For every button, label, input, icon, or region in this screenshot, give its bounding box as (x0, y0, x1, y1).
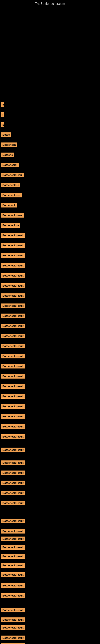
bottleneck-result-label: Bottleneck result (1, 424, 25, 429)
list-item: Bottleneck result (0, 642, 25, 644)
site-title: TheBottlenecker.com (0, 0, 100, 8)
list-item: Bottleneck result (0, 635, 25, 642)
list-item: Bottleneck (0, 142, 17, 149)
list-item: Bottleneck result (0, 536, 25, 543)
list-item: Bottleneck result (0, 518, 25, 525)
bottleneck-result-label: Bottleneck res (1, 193, 22, 198)
bottleneck-result-label: I (1, 112, 4, 117)
bottleneck-result-label: Bottleneck result (1, 294, 25, 298)
bottleneck-result-label: Bottleneck result (1, 583, 25, 588)
list-item: B (0, 122, 4, 128)
list-item: Bottleneck result (0, 383, 25, 390)
list-item: Bottleneck result (0, 434, 25, 440)
list-item: Bottleneck result (0, 617, 25, 624)
bottleneck-result-label: Bottleneck re (1, 223, 20, 228)
list-item: Bottlene (0, 152, 15, 159)
list-item: Bottleneck r (0, 162, 19, 169)
bottleneck-result-label: Bottleneck result (1, 460, 25, 465)
list-item: Bottleneck result (0, 500, 25, 507)
bottleneck-result-label: B (1, 122, 4, 127)
list-item: Bottleneck result (0, 582, 25, 590)
list-item: Bottleneck result (0, 313, 25, 320)
bottleneck-result-label: Bottleneck result (1, 404, 25, 409)
bottleneck-result-label: Bottleneck result (1, 374, 25, 378)
list-item: Bottleneck result (0, 544, 25, 551)
bottleneck-result-label: Bottleneck (1, 203, 17, 208)
list-item: Bottleneck result (0, 572, 25, 578)
list-item: Bottleneck result (0, 282, 25, 290)
list-item: Bottleneck result (0, 252, 25, 260)
bottleneck-result-label: Bottleneck result (1, 324, 25, 328)
list-item: Bottleneck result (0, 333, 25, 340)
bottleneck-result-label: Bottleneck result (1, 354, 25, 358)
bottleneck-result-label: Bottleneck result (1, 518, 25, 523)
list-item: Bottleneck (0, 202, 18, 209)
bottleneck-result-label: B (1, 102, 4, 107)
list-item: Bottleneck result (0, 447, 25, 454)
bottleneck-result-label: Bottleneck result (1, 501, 25, 505)
bottleneck-result-label: Bottleneck result (1, 314, 25, 318)
bottleneck-result-label: Bottleneck result (1, 563, 25, 568)
bottleneck-result-label: Bottleneck result (1, 636, 25, 640)
bottleneck-result-label: Bottleneck r (1, 162, 19, 167)
list-item: Bottleneck result (0, 353, 25, 360)
bottleneck-result-label: Bottleneck result (1, 263, 25, 268)
list-item: Bottleneck result (0, 393, 25, 400)
bottleneck-result-label: Bottle (1, 132, 11, 137)
bottleneck-result-label: Bottleneck re (1, 183, 20, 187)
bottleneck-result-label: Bottleneck result (1, 491, 25, 495)
bottleneck-result-label: Bottleneck result (1, 434, 25, 439)
list-item: Bottleneck resu (0, 212, 24, 219)
bottleneck-result-label: Bottleneck result (1, 536, 25, 541)
list-item: Bottleneck result (0, 528, 25, 535)
bottleneck-result-label: Bottleneck result (1, 283, 25, 288)
bottleneck-result-label: Bottleneck result (1, 625, 25, 630)
list-item: Bottleneck resu (0, 172, 24, 179)
list-item: Bottleneck result (0, 562, 25, 569)
bottleneck-result-label: Bottleneck result (1, 545, 25, 550)
list-item: Bottleneck res (0, 192, 22, 199)
list-item: Bottleneck result (0, 403, 25, 410)
bottleneck-result-label: Bottleneck result (1, 554, 25, 559)
list-item: Bottleneck result (0, 607, 25, 614)
bottleneck-result-label: Bottleneck resu (1, 173, 24, 177)
bottleneck-result-label: Bottleneck result (1, 243, 25, 248)
bottleneck-result-label: Bottleneck resu (1, 213, 24, 218)
bottleneck-result-label: Bottleneck result (1, 394, 25, 399)
list-item: Bottleneck result (0, 490, 25, 497)
bottleneck-result-label: Bottleneck result (1, 643, 25, 644)
list-item: Bottleneck result (0, 303, 25, 310)
bottleneck-result-label: Bottleneck result (1, 414, 25, 419)
bottleneck-result-label: Bottleneck result (1, 593, 25, 598)
list-item: Bottleneck result (0, 424, 25, 430)
bottleneck-result-label: Bottleneck result (1, 304, 25, 308)
list-item: Bottleneck result (0, 470, 25, 477)
bottleneck-result-label: Bottleneck result (1, 448, 25, 452)
bottleneck-result-label: Bottleneck result (1, 253, 25, 258)
list-item: Bottle (0, 132, 12, 139)
list-item: Bottleneck result (0, 363, 25, 370)
bottleneck-result-label: Bottleneck result (1, 273, 25, 278)
list-item: Bottleneck re (0, 182, 21, 189)
bottleneck-result-label: Bottleneck result (1, 470, 25, 475)
bottleneck-result-label: Bottleneck result (1, 364, 25, 368)
list-item: Bottleneck result (0, 553, 25, 560)
bottleneck-result-label: Bottleneck result (1, 384, 25, 388)
list-item: Bottleneck result (0, 480, 25, 487)
bottleneck-result-label: Bottleneck result (1, 608, 25, 612)
list-item: Bottleneck result (0, 624, 25, 632)
list-item: Bottleneck result (0, 373, 25, 380)
list-item: B (0, 102, 4, 108)
bottleneck-result-label: Bottleneck result (1, 618, 25, 622)
list-item: Bottleneck re (0, 222, 21, 229)
list-item: Bottleneck result (0, 232, 25, 239)
list-item: Bottleneck result (0, 262, 25, 270)
bottleneck-result-label: Bottleneck result (1, 572, 25, 577)
list-item: Bottleneck result (0, 592, 25, 600)
list-item: I (0, 112, 4, 118)
list-item: Bottleneck result (0, 292, 25, 300)
bottleneck-result-label: Bottleneck result (1, 334, 25, 338)
bottleneck-result-label: Bottleneck result (1, 233, 25, 238)
bottleneck-result-label: Bottleneck result (1, 480, 25, 485)
list-item: Bottleneck result (0, 272, 25, 280)
